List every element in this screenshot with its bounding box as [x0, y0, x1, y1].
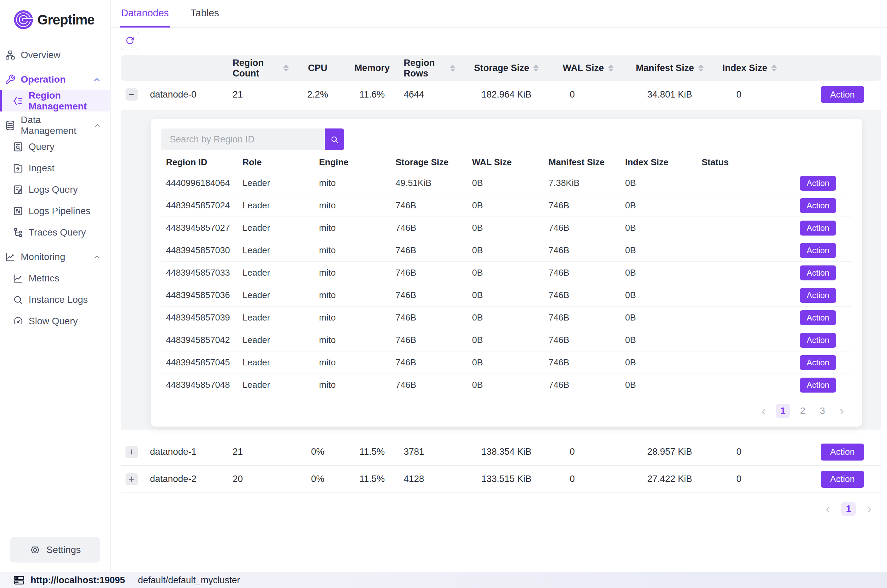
- sidebar-item-instance-logs[interactable]: Instance Logs: [0, 289, 110, 310]
- region-action-button[interactable]: Action: [800, 355, 836, 370]
- datanode-action-button[interactable]: Action: [821, 444, 864, 460]
- sidebar-item-label: Logs Query: [29, 184, 78, 195]
- manifest-size-value: 27.422 KiB: [619, 474, 721, 484]
- datanode-action-button[interactable]: Action: [821, 471, 864, 488]
- chevron-up-icon[interactable]: [93, 121, 101, 130]
- speedometer-icon: [13, 316, 24, 327]
- pagination-next-icon[interactable]: ›: [835, 405, 849, 417]
- sidebar-item-query[interactable]: Query: [0, 136, 110, 158]
- brand-logo: Greptime: [0, 0, 110, 31]
- role-value: Leader: [238, 312, 314, 323]
- sort-icon[interactable]: [608, 64, 613, 72]
- wal-size-value: 0B: [467, 223, 543, 233]
- sidebar-item-ingest[interactable]: Ingest: [0, 158, 110, 179]
- index-size-value: 0B: [620, 223, 696, 233]
- brand-name: Greptime: [38, 12, 95, 27]
- datanode-action-button[interactable]: Action: [821, 86, 864, 103]
- memory-value: 11.6%: [347, 89, 398, 100]
- region-id-value: 4483945857030: [161, 245, 238, 256]
- tabbar: Datanodes Tables: [111, 0, 887, 27]
- collapse-row-button[interactable]: −: [125, 88, 138, 100]
- index-size-value: 0B: [620, 335, 696, 345]
- sidebar-item-overview[interactable]: Overview: [0, 44, 110, 66]
- region-row: 4483945857042 Leader mito 746B 0B 746B 0…: [161, 329, 852, 351]
- index-size-value: 0B: [620, 245, 696, 256]
- role-value: Leader: [238, 357, 314, 368]
- expand-row-button[interactable]: +: [125, 473, 138, 485]
- server-url[interactable]: http://localhost:19095: [31, 575, 125, 586]
- pagination-prev-icon[interactable]: ‹: [757, 405, 770, 417]
- status-bar: http://localhost:19095 default/default_m…: [0, 572, 887, 588]
- sidebar-item-region-management[interactable]: Region Management: [0, 90, 110, 111]
- pagination-page-2[interactable]: 2: [795, 404, 810, 418]
- sort-icon[interactable]: [533, 64, 539, 72]
- sidebar-item-label: Region Management: [29, 90, 110, 112]
- sort-icon[interactable]: [698, 64, 704, 72]
- app-window: Greptime Overview Operation Region Manag…: [0, 0, 887, 588]
- chevron-up-icon[interactable]: [93, 252, 101, 261]
- manifest-size-value: 746B: [543, 335, 620, 345]
- sidebar-item-logs-pipelines[interactable]: Logs Pipelines: [0, 200, 110, 222]
- region-table-header: Region ID Role Engine Storage Size WAL S…: [161, 153, 852, 172]
- index-size-value: 0B: [620, 357, 696, 368]
- chart-line-icon: [13, 273, 24, 284]
- wal-size-value: 0B: [467, 290, 543, 300]
- sidebar-item-slow-query[interactable]: Slow Query: [0, 310, 110, 332]
- region-action-button[interactable]: Action: [800, 243, 836, 258]
- sidebar-item-traces-query[interactable]: Traces Query: [0, 222, 110, 243]
- manifest-size-value: 746B: [543, 245, 620, 256]
- tab-tables[interactable]: Tables: [189, 0, 220, 27]
- region-action-button[interactable]: Action: [800, 310, 836, 325]
- pagination-page-3[interactable]: 3: [815, 404, 830, 418]
- datanode-name: datanode-0: [143, 89, 221, 100]
- column-header-manifest-size: Manifest Size: [543, 157, 620, 168]
- sliders-icon: [13, 206, 24, 216]
- sidebar-item-monitoring[interactable]: Monitoring: [0, 246, 110, 267]
- pagination-page-1[interactable]: 1: [776, 404, 790, 418]
- sort-icon[interactable]: [450, 64, 456, 72]
- region-search-button[interactable]: [325, 129, 344, 150]
- role-value: Leader: [238, 380, 314, 390]
- column-header-region-id: Region ID: [161, 157, 238, 168]
- role-value: Leader: [238, 223, 314, 233]
- sort-icon[interactable]: [771, 64, 777, 72]
- sidebar-item-logs-query[interactable]: Logs Query: [0, 179, 110, 200]
- chevron-up-icon[interactable]: [93, 75, 101, 84]
- role-value: Leader: [238, 335, 314, 345]
- manifest-size-value: 7.38KiB: [543, 178, 620, 188]
- storage-size-value: 133.515 KiB: [456, 474, 558, 484]
- region-action-button[interactable]: Action: [800, 220, 836, 236]
- region-rows-value: 3781: [398, 447, 456, 457]
- sidebar-item-metrics[interactable]: Metrics: [0, 267, 110, 289]
- engine-value: mito: [314, 245, 391, 256]
- region-action-button[interactable]: Action: [800, 266, 836, 280]
- region-action-button[interactable]: Action: [800, 198, 836, 213]
- region-search-input[interactable]: [161, 129, 325, 150]
- expand-row-button[interactable]: +: [125, 446, 138, 458]
- region-action-button[interactable]: Action: [800, 378, 836, 393]
- storage-size-value: 746B: [391, 267, 467, 278]
- pagination-next-icon[interactable]: ›: [863, 502, 876, 515]
- pagination-prev-icon[interactable]: ‹: [821, 502, 834, 515]
- manifest-size-value: 746B: [543, 290, 620, 300]
- branch-icon: [13, 96, 24, 106]
- sidebar-item-data-management[interactable]: Data Management: [0, 114, 110, 136]
- manifest-size-value: 746B: [543, 223, 620, 233]
- region-action-button[interactable]: Action: [800, 288, 836, 303]
- refresh-button[interactable]: [121, 32, 139, 50]
- column-header-status: Status: [696, 157, 773, 168]
- region-action-button[interactable]: Action: [800, 333, 836, 348]
- cluster-name[interactable]: default/default_mycluster: [138, 575, 240, 586]
- region-rows-value: 4128: [398, 474, 456, 484]
- sort-icon[interactable]: [283, 64, 289, 72]
- sidebar-item-operation[interactable]: Operation: [0, 69, 110, 90]
- region-action-button[interactable]: Action: [800, 176, 836, 190]
- storage-size-value: 746B: [391, 357, 467, 368]
- settings-button[interactable]: Settings: [10, 537, 100, 562]
- column-header-wal-size: WAL Size: [558, 63, 619, 74]
- engine-value: mito: [314, 178, 391, 188]
- wal-size-value: 0: [558, 89, 619, 100]
- sidebar-item-label: Ingest: [29, 163, 54, 174]
- pagination-page-1[interactable]: 1: [842, 502, 856, 516]
- tab-datanodes[interactable]: Datanodes: [120, 0, 170, 27]
